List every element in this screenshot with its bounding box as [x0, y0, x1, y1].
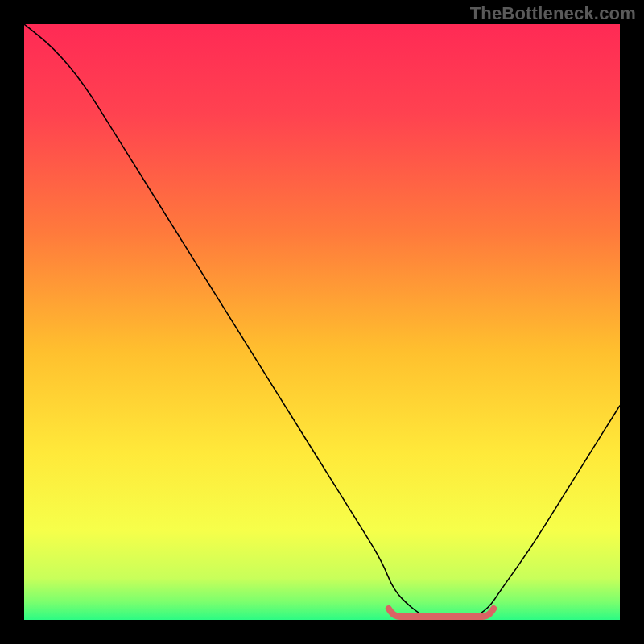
watermark-text: TheBottleneck.com: [470, 3, 636, 24]
chart-background: [24, 24, 620, 620]
bottleneck-chart: [24, 24, 620, 620]
